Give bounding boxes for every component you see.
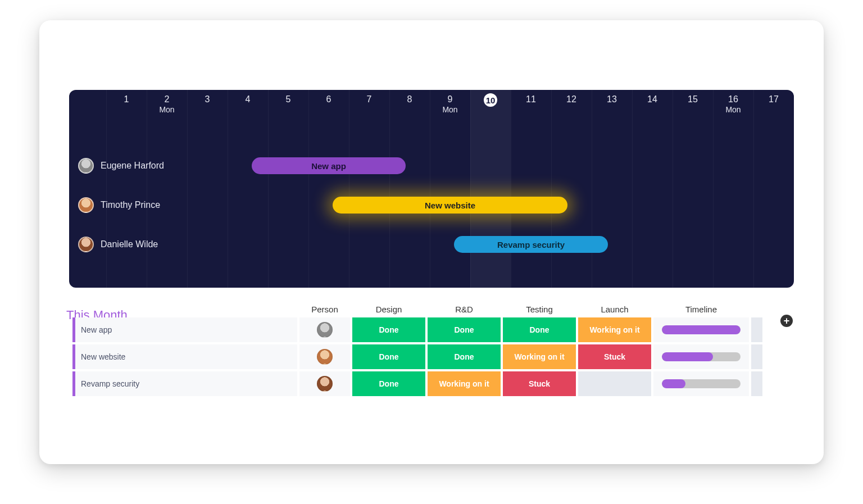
avatar xyxy=(78,158,94,174)
gantt-day-header: 8 xyxy=(389,90,430,124)
col-header-rnd: R&D xyxy=(428,305,501,314)
avatar xyxy=(317,322,333,338)
gantt-day-number: 15 xyxy=(688,94,698,105)
col-header-launch: Launch xyxy=(578,305,651,314)
gantt-day-header: 12 xyxy=(551,90,592,124)
status-cell[interactable]: Working on it xyxy=(503,344,576,369)
board-row-name[interactable]: New website xyxy=(72,344,297,369)
timeline-fill xyxy=(662,379,685,388)
gantt-panel: 12Mon3456789Mon10111213141516Mon17 Eugen… xyxy=(69,90,794,288)
status-cell[interactable]: Done xyxy=(428,344,501,369)
gantt-row: Eugene Harford New app xyxy=(69,146,794,185)
board-row-name[interactable]: Revamp security xyxy=(72,371,297,396)
gantt-day-number: 4 xyxy=(246,94,251,105)
gantt-day-weekday: Mon xyxy=(725,105,741,114)
status-cell[interactable]: Working on it xyxy=(578,317,651,342)
board-row-person[interactable] xyxy=(299,317,350,342)
gantt-day-number: 7 xyxy=(367,94,372,105)
gantt-day-header: 13 xyxy=(592,90,632,124)
gantt-day-number: 3 xyxy=(205,94,210,105)
gantt-day-number: 16 xyxy=(728,94,738,105)
gantt-row: Timothy Prince New website xyxy=(69,185,794,225)
board-row: New websiteDoneDoneWorking on itStuck xyxy=(72,344,791,369)
status-cell[interactable]: Stuck xyxy=(578,344,651,369)
status-cell[interactable]: Done xyxy=(503,317,576,342)
timeline-cell[interactable] xyxy=(653,371,749,396)
gantt-day-number: 9 xyxy=(448,94,453,105)
gantt-day-number: 2 xyxy=(165,94,170,105)
gantt-day-number: 17 xyxy=(769,94,779,105)
gantt-day-number: 13 xyxy=(607,94,617,105)
status-cell[interactable] xyxy=(578,371,651,396)
status-cell[interactable]: Stuck xyxy=(503,371,576,396)
row-end-spacer xyxy=(751,371,762,396)
add-column-button[interactable]: + xyxy=(780,315,793,327)
workspace-card: 12Mon3456789Mon10111213141516Mon17 Eugen… xyxy=(39,20,824,464)
timeline-cell[interactable] xyxy=(653,344,749,369)
status-cell[interactable]: Done xyxy=(428,317,501,342)
gantt-day-header: 5 xyxy=(268,90,308,124)
board-table: Person Design R&D Testing Launch Timelin… xyxy=(69,305,794,396)
gantt-day-header: 10 xyxy=(470,90,511,124)
timeline-track xyxy=(662,352,741,361)
gantt-bar-label: Revamp security xyxy=(497,240,565,249)
gantt-day-number: 10 xyxy=(484,93,497,107)
row-end-spacer xyxy=(751,317,762,342)
gantt-day-number: 14 xyxy=(647,94,657,105)
col-header-person: Person xyxy=(299,305,350,314)
gantt-day-header: 4 xyxy=(228,90,268,124)
gantt-row-label: Timothy Prince xyxy=(78,197,160,213)
avatar xyxy=(78,237,94,252)
gantt-bar-revamp-security[interactable]: Revamp security xyxy=(454,236,608,253)
gantt-day-header: 11 xyxy=(511,90,551,124)
gantt-day-header: 15 xyxy=(673,90,713,124)
gantt-person-name: Danielle Wilde xyxy=(101,239,158,249)
avatar xyxy=(317,376,333,392)
col-header-design: Design xyxy=(352,305,425,314)
board-row: New appDoneDoneDoneWorking on it xyxy=(72,317,791,342)
gantt-day-header: 7 xyxy=(349,90,389,124)
board-row-name[interactable]: New app xyxy=(72,317,297,342)
gantt-day-number: 1 xyxy=(124,94,129,105)
col-header-timeline: Timeline xyxy=(653,305,749,314)
gantt-day-header: 2Mon xyxy=(147,90,187,124)
gantt-person-name: Timothy Prince xyxy=(101,200,160,210)
gantt-bar-new-app[interactable]: New app xyxy=(252,157,406,174)
row-end-spacer xyxy=(751,344,762,369)
gantt-day-weekday: Mon xyxy=(159,105,174,114)
plus-icon: + xyxy=(784,316,790,326)
gantt-day-header: 3 xyxy=(187,90,228,124)
gantt-row-label: Danielle Wilde xyxy=(78,237,158,252)
gantt-bar-label: New website xyxy=(425,201,475,210)
status-cell[interactable]: Done xyxy=(352,344,425,369)
board-row-person[interactable] xyxy=(299,371,350,396)
gantt-day-header: 16Mon xyxy=(713,90,753,124)
gantt-day-number: 12 xyxy=(566,94,576,105)
gantt-bar-label: New app xyxy=(311,161,346,171)
gantt-day-header: 6 xyxy=(308,90,349,124)
col-header-testing: Testing xyxy=(503,305,576,314)
timeline-track xyxy=(662,325,741,334)
timeline-track xyxy=(662,379,741,388)
gantt-day-header: 1 xyxy=(106,90,147,124)
gantt-day-weekday: Mon xyxy=(442,105,457,114)
avatar xyxy=(317,349,333,365)
timeline-fill xyxy=(662,325,741,334)
gantt-day-number: 6 xyxy=(326,94,331,105)
timeline-cell[interactable] xyxy=(653,317,749,342)
gantt-row: Danielle Wilde Revamp security xyxy=(69,225,794,264)
gantt-day-number: 8 xyxy=(407,94,412,105)
gantt-day-header: 17 xyxy=(753,90,794,124)
gantt-bar-new-website[interactable]: New website xyxy=(333,197,567,214)
status-cell[interactable]: Working on it xyxy=(428,371,501,396)
avatar xyxy=(78,197,94,213)
board-row: Revamp securityDoneWorking on itStuck xyxy=(72,371,791,396)
board-header: Person Design R&D Testing Launch Timelin… xyxy=(69,305,794,317)
gantt-day-header: 9Mon xyxy=(430,90,470,124)
gantt-day-number: 5 xyxy=(286,94,291,105)
gantt-row-label: Eugene Harford xyxy=(78,158,164,174)
status-cell[interactable]: Done xyxy=(352,371,425,396)
board-row-person[interactable] xyxy=(299,344,350,369)
status-cell[interactable]: Done xyxy=(352,317,425,342)
gantt-day-header: 14 xyxy=(632,90,673,124)
